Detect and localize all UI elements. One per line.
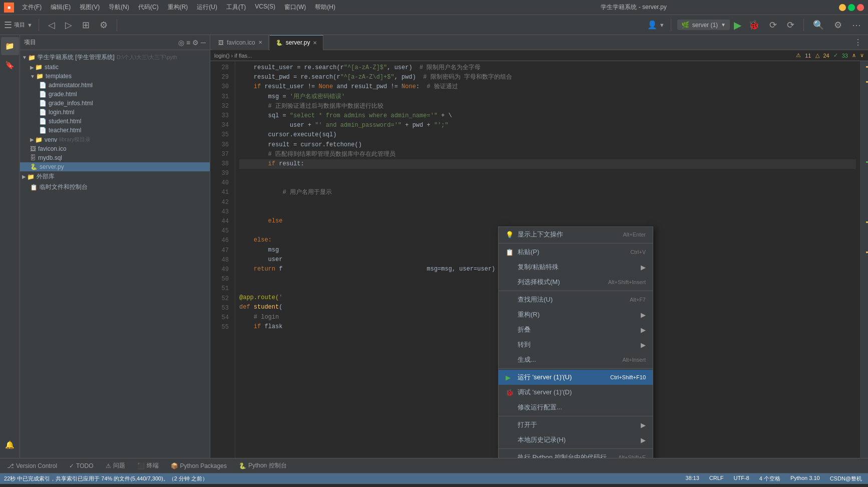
tree-static-folder[interactable]: ▶ 📁 static (20, 63, 210, 72)
ctx-run-server[interactable]: ▶ 运行 'server (1)'(U) Ctrl+Shift+F10 (499, 370, 653, 385)
external-link-button[interactable]: ⊞ (79, 18, 93, 33)
avatar-dropdown[interactable]: ▼ (659, 22, 665, 28)
code-editor[interactable]: 28 29 30 31 32 33 34 35 36 37 38 39 40 4… (210, 61, 868, 458)
collapse-icon[interactable]: ∨ (860, 52, 864, 59)
tree-adminstator-html[interactable]: 📄 adminstator.html (20, 81, 210, 90)
menu-run[interactable]: 运行(U) (193, 2, 221, 13)
bottom-tab-packages[interactable]: 📦 Python Packages (166, 460, 232, 471)
bottom-tab-terminal-label: 终端 (147, 461, 159, 470)
profile-button[interactable]: ⟳ (766, 18, 780, 33)
tree-venv-folder[interactable]: ▶ 📁 venv library模目录 (20, 135, 210, 144)
tree-teacher-html[interactable]: 📄 teacher.html (20, 126, 210, 135)
bottom-tab-todo[interactable]: ✓ TODO (64, 460, 98, 471)
search-button[interactable]: 🔍 (810, 18, 827, 33)
ctx-generate[interactable]: 生成... Alt+Insert (499, 352, 653, 367)
menu-vcs[interactable]: VCS(S) (251, 2, 279, 13)
tree-external-libs[interactable]: ▶ 📁 外部库 (20, 171, 210, 182)
minimize-button[interactable] (839, 4, 846, 11)
ctx-modify-run-config[interactable]: 修改运行配置... (499, 400, 653, 415)
nav-forward-button[interactable]: ▷ (62, 18, 75, 33)
tree-grade-html[interactable]: 📄 grade.html (20, 90, 210, 99)
tab-close-server[interactable]: ✕ (313, 40, 317, 46)
tree-favicon-ico[interactable]: 🖼 favicon.ico (20, 144, 210, 153)
user-avatar-icon[interactable]: 👤 (647, 20, 657, 30)
tree-student-html[interactable]: 📄 student.html (20, 117, 210, 126)
ctx-find-usages[interactable]: 查找用法(U) Alt+F7 (499, 292, 653, 307)
ctx-find-usages-shortcut: Alt+F7 (630, 297, 646, 303)
ctx-open-in[interactable]: 打开于 ▶ (499, 417, 653, 432)
project-panel-button[interactable]: 📁 (1, 37, 19, 55)
ctx-refactor-arrow: ▶ (641, 311, 646, 319)
html-file-icon: 📄 (39, 109, 47, 116)
bookmarks-panel-button[interactable]: 🔖 (1, 56, 19, 74)
menu-view[interactable]: 视图(V) (76, 2, 104, 13)
bottom-tab-version-control[interactable]: ⎇ Version Control (2, 460, 62, 471)
ctx-debug-server[interactable]: 🐞 调试 'server (1)'(D) (499, 385, 653, 400)
run-config-selector[interactable]: 🌿 server (1) ▼ (677, 20, 730, 30)
code-line-35: cursor.execute(sql) (239, 130, 856, 140)
status-indent[interactable]: 4 个空格 (757, 475, 782, 482)
settings-gear-button[interactable]: ⚙ (831, 18, 845, 33)
app-icon: ■ (4, 3, 14, 13)
ctx-show-actions[interactable]: 💡 显示上下文操作 Alt+Enter (499, 227, 653, 242)
tree-mydb-sql[interactable]: 🗄 mydb.sql (20, 153, 210, 162)
close-button[interactable] (857, 4, 864, 11)
code-line-34: user + "' and admin_password='" + pwd + … (239, 121, 856, 130)
menu-tools[interactable]: 工具(T) (222, 2, 250, 13)
menu-edit[interactable]: 编辑(E) (47, 2, 75, 13)
tab-server-py[interactable]: 🐍 server.py ✕ (270, 35, 324, 50)
status-encoding[interactable]: UTF-8 (732, 475, 751, 482)
status-python-version[interactable]: Python 3.10 (788, 475, 822, 482)
tree-grade-infos-html[interactable]: 📄 grade_infos.html (20, 99, 210, 108)
bottom-tab-terminal[interactable]: ⬛ 终端 (132, 459, 164, 472)
ctx-local-history[interactable]: 本地历史记录(H) ▶ (499, 432, 653, 447)
ctx-goto-arrow: ▶ (641, 341, 646, 349)
maximize-button[interactable] (848, 4, 855, 11)
ctx-column-mode[interactable]: 列选择模式(M) Alt+Shift+Insert (499, 275, 653, 290)
bottom-tab-problems[interactable]: ⚠ 问题 (101, 459, 130, 472)
tab-favicon-ico[interactable]: 🖼 favicon.ico ✕ (212, 35, 269, 50)
nav-back-button[interactable]: ◁ (45, 18, 58, 33)
tab-close-favicon[interactable]: ✕ (258, 40, 262, 45)
ctx-paste[interactable]: 📋 粘贴(P) Ctrl+V (499, 245, 653, 260)
folder-icon: 📁 (36, 73, 44, 80)
tree-temp-files[interactable]: 📋 临时文件和控制台 (20, 182, 210, 192)
tree-templates-folder[interactable]: ▼ 📁 templates (20, 72, 210, 81)
ctx-goto-label: 转到 (518, 340, 531, 349)
tabs-more-icon[interactable]: ⋮ (850, 38, 866, 47)
menu-refactor[interactable]: 重构(R) (164, 2, 192, 13)
ctx-execute-in-console[interactable]: 执行 Python 控制台中的代码行 Alt+Shift+E (499, 450, 653, 458)
sidebar-close-icon[interactable]: ─ (201, 39, 206, 47)
run-button[interactable]: ▶ (734, 19, 741, 31)
ctx-paste-special[interactable]: 复制/粘贴特殊 ▶ (499, 260, 653, 275)
more-button[interactable]: ⋯ (849, 18, 864, 33)
tree-server-py[interactable]: 🐍 server.py (20, 162, 210, 171)
ctx-fold[interactable]: 折叠 ▶ (499, 322, 653, 337)
expand-icon[interactable]: ∧ (852, 52, 856, 59)
ctx-execute-shortcut: Alt+Shift+E (618, 454, 646, 458)
todo-icon: ✓ (69, 462, 74, 469)
menu-file[interactable]: 文件(F) (18, 2, 46, 13)
project-dropdown-icon[interactable]: ▼ (27, 22, 33, 28)
sidebar-collapse-icon[interactable]: ≡ (186, 39, 190, 47)
notifications-button[interactable]: 🔔 (1, 436, 19, 454)
menu-code[interactable]: 代码(C) (134, 2, 163, 13)
breadcrumb: login() › if flas... (214, 53, 252, 59)
sidebar-locate-icon[interactable]: ◎ (178, 39, 184, 47)
coverage-button[interactable]: ⟳ (784, 18, 797, 33)
sidebar-more-icon[interactable]: ⚙ (192, 39, 199, 47)
debug-button[interactable]: 🐞 (745, 18, 762, 33)
menu-nav[interactable]: 导航(N) (105, 2, 133, 13)
menu-help[interactable]: 帮助(H) (311, 2, 339, 13)
ctx-refactor[interactable]: 重构(R) ▶ (499, 307, 653, 322)
tree-project-root[interactable]: ▼ 📁 学生学籍系统 [学生管理系统] D:\个人\大三\大三下\pyth (20, 52, 210, 63)
tree-login-html[interactable]: 📄 login.html (20, 108, 210, 117)
ctx-paste-label: 粘贴(P) (518, 248, 539, 257)
ctx-goto[interactable]: 转到 ▶ (499, 337, 653, 352)
status-position[interactable]: 38:13 (683, 475, 701, 482)
settings-button[interactable]: ⚙ (97, 18, 111, 33)
menu-window[interactable]: 窗口(W) (280, 2, 310, 13)
bottom-tab-console[interactable]: 🐍 Python 控制台 (234, 459, 292, 472)
status-line-endings[interactable]: CRLF (707, 475, 726, 482)
project-label: 项目 (14, 21, 25, 29)
